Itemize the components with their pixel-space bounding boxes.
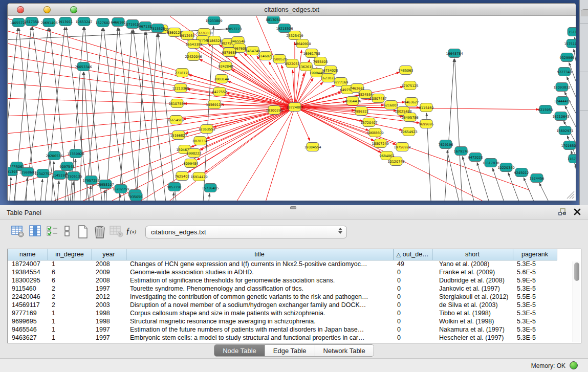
network-node[interactable]: 20691406	[40, 18, 57, 27]
network-node[interactable]: 8427552	[212, 87, 227, 96]
cell-short[interactable]: Franke et al. (2009)	[432, 268, 513, 276]
network-canvas[interactable]: 7163822886012889129342322603898275091654…	[8, 16, 576, 201]
network-node[interactable]: 16648784	[446, 49, 463, 58]
cell-name[interactable]: 9463627	[8, 334, 48, 342]
cell-title[interactable]: Changes of HCN gene expression and I(f) …	[126, 260, 393, 268]
cell-in_degree[interactable]: 2	[48, 301, 92, 309]
cell-year[interactable]: 1997	[92, 334, 126, 342]
float-window-icon[interactable]	[558, 208, 567, 216]
panel-splitter-handle[interactable]	[290, 206, 296, 209]
network-node[interactable]: 9242848	[219, 62, 233, 71]
network-node[interactable]: 7485063	[399, 66, 413, 75]
network-node[interactable]: 17975125	[401, 81, 418, 90]
network-node[interactable]: 7955403	[313, 57, 328, 66]
network-node[interactable]: 15720407	[360, 118, 377, 127]
network-node[interactable]: 935056	[130, 192, 143, 201]
network-node[interactable]: 3913911	[58, 17, 73, 26]
network-node[interactable]: 9245012	[514, 168, 529, 177]
network-node[interactable]: 12213369	[172, 84, 189, 93]
cell-short[interactable]: Jankovic et al. (1997)	[432, 285, 513, 293]
cell-in_degree[interactable]: 1	[48, 325, 92, 334]
cell-title[interactable]: Embryonic stem cells: a model to study s…	[126, 334, 393, 342]
network-node[interactable]: 12353553	[198, 125, 215, 134]
table-row[interactable]: 911546021997Tourette syndrome. Phenomeno…	[8, 285, 557, 293]
table-row[interactable]: 1938455462009Genome-wide association stu…	[8, 268, 557, 276]
network-node[interactable]: 8186328	[207, 36, 222, 45]
network-node[interactable]: 9329966	[560, 53, 575, 62]
cell-pagerank[interactable]: 5.3E-5	[513, 285, 557, 293]
network-node[interactable]: 10653247	[75, 17, 92, 26]
cell-name[interactable]: 18724007	[8, 260, 48, 268]
cell-title[interactable]: Structural magnetic resonance image aver…	[126, 317, 393, 325]
network-node[interactable]: 19384554	[304, 143, 321, 151]
network-node[interactable]: 9857791	[167, 183, 182, 191]
delete-table-icon[interactable]	[110, 225, 124, 238]
minimize-window-button[interactable]	[43, 6, 51, 13]
cell-out_de[interactable]: 0	[393, 293, 432, 301]
network-node[interactable]: 9227343	[557, 68, 572, 76]
clear-selection-icon[interactable]	[63, 225, 71, 238]
network-node[interactable]: 1527602	[96, 18, 111, 27]
cell-title[interactable]: Estimation of significance thresholds fo…	[126, 276, 393, 285]
network-node[interactable]: 19756928	[394, 143, 410, 151]
cell-pagerank[interactable]: 5.3E-5	[513, 334, 557, 342]
cell-in_degree[interactable]: 2	[48, 285, 92, 293]
table-row[interactable]: 1872400712008Changes of HCN gene express…	[8, 260, 557, 268]
cell-title[interactable]: Tourette syndrome. Phenomenology and cla…	[126, 285, 393, 293]
network-node[interactable]: 18300295	[266, 106, 282, 115]
cell-pagerank[interactable]: 5.3E-5	[513, 301, 557, 309]
table-row[interactable]: 977716911998Corpus callosum shape and si…	[8, 309, 557, 317]
network-node[interactable]: 7629196	[439, 140, 453, 149]
cell-name[interactable]: 14569117	[8, 301, 48, 309]
column-header-pagerank[interactable]: pagerank	[513, 249, 557, 260]
close-icon[interactable]	[574, 208, 581, 215]
tab-node-table[interactable]: Node Table	[214, 345, 265, 356]
cell-pagerank[interactable]: 5.3E-5	[513, 325, 557, 334]
network-node[interactable]: 19218506	[276, 24, 293, 33]
cell-out_de[interactable]: 0	[393, 334, 432, 342]
cell-short[interactable]: Tibbo et al. (1998)	[432, 309, 513, 317]
table-row[interactable]: 969969511998Structural magnetic resonanc…	[8, 317, 557, 325]
show-columns-icon[interactable]	[29, 225, 41, 238]
cell-short[interactable]: Wolkin et al. (1998)	[432, 317, 513, 325]
network-node[interactable]: 17359928	[67, 149, 84, 158]
network-node[interactable]: 8912934	[180, 31, 195, 40]
network-node[interactable]: 15692971	[556, 126, 573, 135]
column-header-short[interactable]: short	[432, 249, 513, 260]
network-node[interactable]: 11568693	[19, 168, 36, 177]
cell-out_de[interactable]: 0	[393, 276, 432, 285]
network-node[interactable]: 20206536	[46, 151, 62, 160]
cell-in_degree[interactable]: 1	[48, 334, 92, 342]
network-node[interactable]: 12444415	[554, 97, 571, 105]
network-node[interactable]: 17016504	[561, 141, 576, 150]
table-row[interactable]: 946362711997Embryonic stem cells: a mode…	[8, 334, 557, 342]
network-node[interactable]: 1617350	[25, 17, 39, 26]
network-node[interactable]: 8878334	[193, 137, 208, 145]
cell-in_degree[interactable]: 1	[48, 317, 92, 325]
network-node[interactable]: 18807249	[372, 139, 388, 148]
tab-network-table[interactable]: Network Table	[315, 345, 374, 356]
column-header-out_de[interactable]: △out_de…	[393, 249, 432, 260]
table-scrollbar[interactable]	[573, 261, 580, 342]
cell-name[interactable]: 9465546	[8, 325, 48, 334]
network-node[interactable]: 20364436	[344, 97, 361, 105]
cell-name[interactable]: 9115460	[8, 285, 48, 293]
cell-name[interactable]: 18300295	[8, 276, 48, 285]
network-node[interactable]: 15166827	[170, 131, 187, 140]
network-node[interactable]: 7625402	[175, 172, 190, 181]
column-header-year[interactable]: year	[92, 249, 126, 260]
network-node[interactable]: 10120746	[387, 157, 404, 166]
table-scrollbar-thumb[interactable]	[574, 262, 579, 281]
cell-title[interactable]: Disruption of a novel member of a sodium…	[126, 301, 393, 309]
table-selector-dropdown[interactable]: citations_edges.txt	[145, 226, 347, 238]
cell-pagerank[interactable]: 5.9E-5	[513, 276, 557, 285]
cell-year[interactable]: 2003	[92, 301, 126, 309]
table-row[interactable]: 946554611997Estimation of the future num…	[8, 325, 557, 334]
cell-title[interactable]: Corpus callosum shape and size in male p…	[126, 309, 393, 317]
cell-out_de[interactable]: 49	[393, 260, 432, 268]
table-row[interactable]: 1456911722003Disruption of a novel membe…	[8, 301, 557, 309]
cell-year[interactable]: 2012	[92, 293, 126, 301]
table-row[interactable]: 2242004622012Investigating the contribut…	[8, 293, 557, 301]
network-node[interactable]: 9146821	[258, 52, 273, 60]
network-node[interactable]: 9472028	[468, 153, 483, 162]
